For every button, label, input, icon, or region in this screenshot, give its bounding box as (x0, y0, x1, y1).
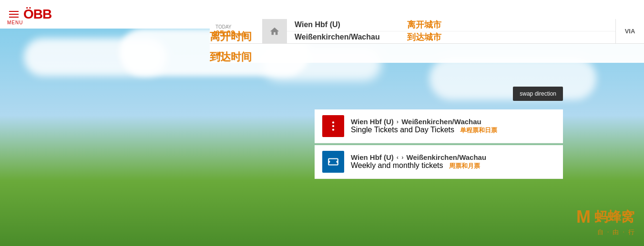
watermark-m: M (576, 207, 591, 227)
today-label: TODAY (215, 24, 256, 30)
via-section[interactable]: VIA (615, 19, 644, 43)
result-from-weekly: Wien Hbf (U) (351, 153, 394, 161)
search-panel: TODAY 05:03 dep Wien Hbf (U) 离开城市 Weißen… (210, 19, 644, 63)
hamburger-icon[interactable] (7, 9, 20, 20)
result-route-single: Wien Hbf (U) › Weißenkirchen/Wachau (351, 118, 555, 126)
result-desc-zh-single: 单程票和日票 (460, 127, 497, 134)
result-desc-en-weekly: Weekly and monthly tickets (351, 161, 443, 169)
depart-time-label-zh: 离开时间 (210, 30, 252, 44)
watermark: M 蚂蜂窝 自 · 由 · 行 (576, 207, 634, 236)
from-station-row[interactable]: Wien Hbf (U) 离开城市 (287, 19, 615, 31)
arr-time-label-zh: 到达时间 (210, 50, 252, 64)
to-station-label-zh: 到达城市 (407, 31, 441, 43)
result-to-single: Weißenkirchen/Wachau (401, 118, 481, 126)
result-arrow-weekly-left: ‹ (397, 154, 399, 161)
result-arrow-weekly-right: › (401, 154, 403, 161)
search-row-depart: TODAY 05:03 dep Wien Hbf (U) 离开城市 Weißen… (210, 19, 644, 44)
result-desc-weekly: Weekly and monthly tickets 周票和月票 (351, 161, 555, 170)
watermark-logo: M 蚂蜂窝 (576, 207, 634, 227)
svg-point-2 (332, 128, 334, 130)
ticket-icon (327, 156, 339, 168)
to-station-name: Weißenkirchen/Wachau (295, 33, 399, 41)
result-content-weekly: Wien Hbf (U) ‹ › Weißenkirchen/Wachau We… (351, 153, 555, 170)
watermark-sub1: 自 (597, 228, 603, 236)
result-to-weekly: Weißenkirchen/Wachau (407, 153, 487, 161)
result-weekly-monthly[interactable]: Wien Hbf (U) ‹ › Weißenkirchen/Wachau We… (315, 145, 563, 179)
watermark-dot2: · (623, 228, 624, 236)
result-arrow-single: › (397, 118, 399, 125)
result-desc-zh-weekly: 周票和月票 (449, 162, 480, 169)
watermark-sub3: 行 (628, 228, 634, 236)
watermark-sub: 自 · 由 · 行 (597, 228, 634, 236)
result-icon-single (322, 115, 344, 137)
results-panel: Wien Hbf (U) › Weißenkirchen/Wachau Sing… (315, 109, 563, 179)
obb-logo-text: ÖBB (23, 7, 51, 22)
svg-point-1 (332, 125, 334, 127)
home-button[interactable] (262, 19, 287, 43)
result-desc-single: Single Tickets and Day Tickets 单程票和日票 (351, 126, 555, 135)
from-station-name: Wien Hbf (U) (295, 20, 399, 29)
result-icon-weekly (322, 151, 344, 173)
result-single-day[interactable]: Wien Hbf (U) › Weißenkirchen/Wachau Sing… (315, 109, 563, 143)
result-from-single: Wien Hbf (U) (351, 118, 394, 126)
watermark-brand: 蚂蜂窝 (594, 208, 634, 226)
to-station-row[interactable]: Weißenkirchen/Wachau 到达城市 (287, 31, 615, 44)
watermark-sub2: 由 (613, 228, 619, 236)
home-icon (269, 26, 280, 37)
result-route-weekly: Wien Hbf (U) ‹ › Weißenkirchen/Wachau (351, 153, 555, 161)
svg-point-0 (332, 121, 334, 123)
result-content-single: Wien Hbf (U) › Weißenkirchen/Wachau Sing… (351, 118, 555, 135)
train-dot-icon (327, 120, 339, 132)
via-label: VIA (625, 28, 635, 35)
result-desc-en-single: Single Tickets and Day Tickets (351, 126, 454, 134)
from-station-label-zh: 离开城市 (407, 19, 441, 30)
search-row-arrive: arr (210, 44, 644, 63)
station-section: Wien Hbf (U) 离开城市 Weißenkirchen/Wachau 到… (287, 19, 615, 43)
menu-label: MENU (7, 20, 23, 25)
swap-direction-button[interactable]: swap direction (513, 87, 563, 101)
watermark-dot1: · (607, 228, 609, 236)
